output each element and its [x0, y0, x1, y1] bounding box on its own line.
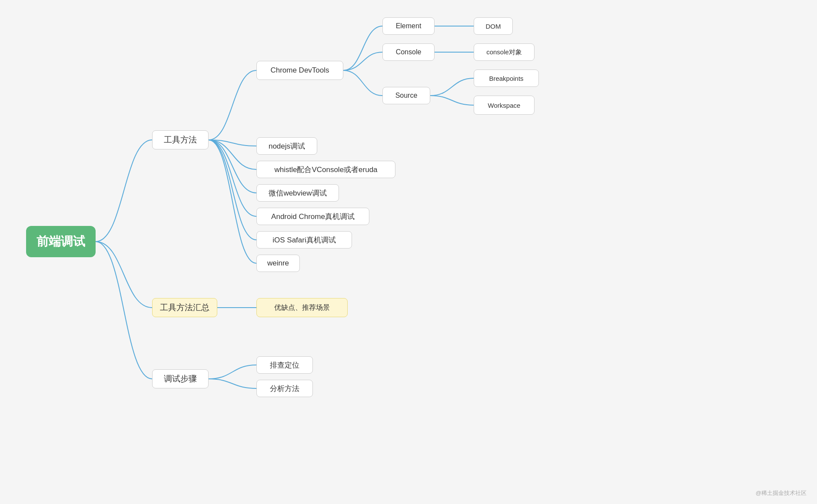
- connections-svg: [0, 0, 817, 504]
- node-pros: 优缺点、推荐场景: [256, 298, 348, 317]
- mindmap: 前端调试工具方法Chrome DevToolsElementDOMConsole…: [0, 0, 817, 504]
- node-chrome: Chrome DevTools: [256, 61, 343, 80]
- node-console: Console: [382, 43, 435, 61]
- node-ios: iOS Safari真机调试: [256, 231, 352, 249]
- node-workspace: Workspace: [474, 96, 535, 115]
- node-analyze: 分析方法: [256, 380, 313, 397]
- node-steps: 调试步骤: [152, 369, 209, 388]
- node-breakpoints: Breakpoints: [474, 70, 539, 87]
- node-android: Android Chrome真机调试: [256, 208, 369, 225]
- node-undefined: 前端调试: [26, 226, 96, 257]
- node-tools: 工具方法: [152, 130, 209, 149]
- node-element: Element: [382, 17, 435, 35]
- node-consoleobj: console对象: [474, 43, 535, 61]
- node-wechat: 微信webview调试: [256, 184, 339, 202]
- node-weinre: weinre: [256, 255, 300, 272]
- node-source: Source: [382, 87, 430, 104]
- watermark: @稀土掘金技术社区: [756, 489, 807, 497]
- node-locate: 排查定位: [256, 356, 313, 374]
- node-whistle: whistle配合VConsole或者eruda: [256, 161, 395, 178]
- node-dom: DOM: [474, 17, 513, 35]
- node-summary: 工具方法汇总: [152, 298, 217, 317]
- node-nodejs: nodejs调试: [256, 137, 317, 155]
